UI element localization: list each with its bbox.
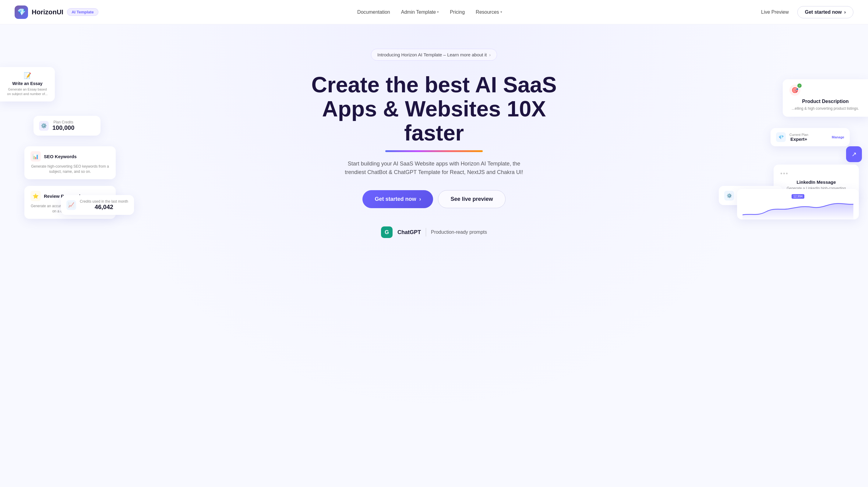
chatgpt-badge: G ChatGPT Production-ready prompts [381,226,487,238]
nav-documentation[interactable]: Documentation [357,9,390,15]
trend-up-icon: ↗ [851,150,857,158]
chevron-down-icon: ▾ [500,10,502,14]
card-chart: 12,994 [737,189,859,220]
plan-credits-icon: ⚙️ [39,121,49,131]
arrow-right-icon: › [419,196,421,202]
current-plan-label: Current Plan [789,133,808,137]
ai-template-badge[interactable]: AI Template [67,8,98,16]
current-plan-value: Expert+ [789,137,808,142]
brand-name: HorizonUI [32,8,63,16]
card-credits-used: 📈 Credits used in the last month 46,042 [61,195,134,215]
write-essay-title: Write an Essay [6,81,49,86]
seo-icon: 📊 [30,151,41,162]
card-write-essay: 📝 Write an Essay Generate an Essay based… [0,67,55,102]
current-plan-icon: 💎 [776,132,786,142]
btn-primary-label: Get started now [375,196,416,202]
plan-credits-label: Plan Credits [52,120,74,124]
arrow-right-icon: › [844,9,846,15]
product-desc-title: Product Description [789,99,861,104]
brand-area: 💎 HorizonUI AI Template [14,5,98,19]
navbar: 💎 HorizonUI AI Template Documentation Ad… [0,0,868,24]
card-plan-credits: ⚙️ Plan Credits 100,000 [33,116,100,136]
intro-banner[interactable]: Introducing Horizon AI Template – Learn … [371,49,497,61]
linkedin-title: LinkedIn Message [780,179,852,185]
intro-banner-text: Introducing Horizon AI Template – Learn … [377,52,487,57]
total-credits-icon: ⚙️ [724,191,734,201]
hero-underline-decoration [385,150,483,152]
chart-svg [743,201,854,220]
credits-used-label: Credits used in the last month [80,199,128,204]
manage-plan-link[interactable]: Manage [832,135,844,139]
dots-icon: ••• [780,170,788,177]
hero-live-preview-button[interactable]: See live preview [438,190,505,208]
hero-title: Create the best AI SaaS Apps & Websites … [309,73,559,145]
card-trend-button[interactable]: ↗ [846,146,862,162]
card-seo-keywords: 📊 SEO Keywords Generate high-converting … [24,146,116,179]
write-essay-icon: 📝 [6,72,49,79]
seo-title: SEO Keywords [44,154,77,159]
chatgpt-sub-label: Production-ready prompts [431,229,487,235]
nav-admin-template[interactable]: Admin Template ▾ [401,9,439,15]
product-desc-text: ...elling & high converting product list… [789,106,861,111]
credits-used-icon: 📈 [66,200,76,210]
arrow-right-icon: › [489,52,491,57]
product-desc-icon: 🎯 ✓ [789,85,800,96]
nav-live-preview[interactable]: Live Preview [761,9,789,15]
plan-credits-value: 100,000 [52,124,74,131]
write-essay-desc: Generate an Essay based on subject and n… [6,87,49,96]
credits-used-value: 46,042 [80,204,128,210]
card-current-plan: 💎 Current Plan Expert+ Manage [771,128,850,146]
chatgpt-label: ChatGPT [398,229,421,236]
seo-desc: Generate high-converting SEO keywords fr… [30,164,110,174]
hero-section: Introducing Horizon AI Template – Learn … [0,24,868,487]
navbar-right: Live Preview Get started now › [761,6,854,18]
card-product-description: 🎯 ✓ Product Description ...elling & high… [783,79,868,117]
nav-get-started-button[interactable]: Get started now › [797,6,854,18]
nav-links: Documentation Admin Template ▾ Pricing R… [357,9,502,15]
chart-badge: 12,994 [792,194,805,199]
logo-icon: 💎 [14,5,28,19]
notification-badge: ✓ [797,84,802,88]
hero-subtitle: Start building your AI SaaS Website apps… [337,160,531,177]
nav-pricing[interactable]: Pricing [450,9,465,15]
hero-buttons: Get started now › See live preview [363,190,505,208]
chevron-down-icon: ▾ [437,10,439,14]
review-icon: ⭐ [30,191,41,201]
hero-get-started-button[interactable]: Get started now › [363,190,433,208]
chatgpt-icon: G [381,226,393,238]
hero-title-line2: Apps & Websites 10X faster [322,96,546,145]
nav-resources[interactable]: Resources ▾ [476,9,502,15]
hero-title-line1: Create the best AI SaaS [311,73,557,97]
